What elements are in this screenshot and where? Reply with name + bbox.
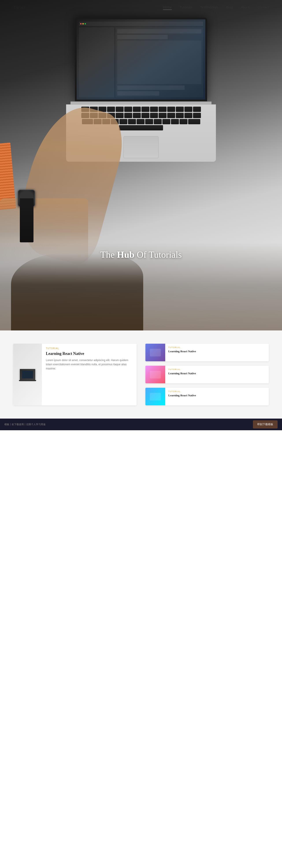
small-card-3-category: TUTORIAL [168, 391, 266, 393]
laptop-screen [75, 18, 207, 101]
small-card-2-image [146, 366, 165, 383]
small-card-2-body: TUTORIAL Learning React Native [165, 366, 269, 383]
featured-card-image [13, 344, 42, 405]
small-card-2[interactable]: TUTORIAL Learning React Native [146, 366, 269, 383]
small-card-3-image [146, 388, 165, 405]
featured-card-body: TUTORIAL Learning React Native Lorem ips… [42, 344, 136, 405]
nav-menu: Home Tutorials Testimonials Blog About C… [163, 5, 269, 9]
navbar: Tutor Home Tutorials Testimonials Blog A… [0, 0, 282, 14]
small-card-2-title[interactable]: Learning React Native [168, 372, 266, 375]
hero-tagline: The Hub Of Tutorials [100, 250, 182, 260]
small-card-1-body: TUTORIAL Learning React Native [165, 344, 269, 361]
nav-item-blog[interactable]: Blog [226, 5, 233, 9]
nav-item-testimonials[interactable]: Testimonials [200, 5, 219, 9]
nav-item-about[interactable]: About [241, 5, 249, 9]
nav-item-contact[interactable]: Contact [257, 5, 269, 9]
hero-section: The Hub Of Tutorials [0, 0, 282, 331]
hero-text: The Hub Of Tutorials [100, 249, 182, 260]
bottom-bar: 模板丨欢下载使用丨仅限个人学习用途 即刻下载模板 [0, 418, 282, 430]
featured-card-text: Lorem ipsum dolor sit amet, consectetur … [46, 358, 133, 371]
brand-logo[interactable]: Tutor [13, 4, 26, 10]
small-card-1-image [146, 344, 165, 361]
featured-card[interactable]: TUTORIAL Learning React Native Lorem ips… [13, 344, 136, 405]
nav-item-home[interactable]: Home [163, 5, 172, 9]
cards-section: TUTORIAL Learning React Native Lorem ips… [0, 331, 282, 418]
small-card-1[interactable]: TUTORIAL Learning React Native [146, 344, 269, 361]
small-card-3-title[interactable]: Learning React Native [168, 394, 266, 397]
small-card-2-category: TUTORIAL [168, 368, 266, 371]
download-template-button[interactable]: 即刻下载模板 [253, 420, 278, 429]
watch-band [20, 198, 33, 242]
small-card-1-title[interactable]: Learning React Native [168, 350, 266, 353]
watermark-text: 模板丨欢下载使用丨仅限个人学习用途 [4, 423, 45, 426]
small-card-3[interactable]: TUTORIAL Learning React Native [146, 388, 269, 405]
cards-right-column: TUTORIAL Learning React Native TUTORIAL … [146, 344, 269, 405]
small-card-3-body: TUTORIAL Learning React Native [165, 388, 269, 405]
featured-card-category: TUTORIAL [46, 347, 133, 350]
nav-item-tutorials[interactable]: Tutorials [180, 5, 192, 9]
featured-card-title[interactable]: Learning React Native [46, 351, 133, 356]
small-card-1-category: TUTORIAL [168, 346, 266, 348]
